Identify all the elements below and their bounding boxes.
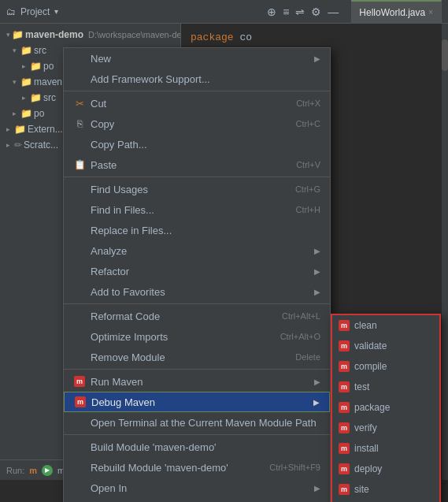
menu-item-run-maven[interactable]: m Run Maven ▶ [64, 371, 330, 392]
divider-4 [64, 369, 330, 370]
maven-validate-icon: m [339, 340, 350, 351]
menu-run-maven-label: Run Maven [91, 376, 314, 388]
reformat-icon [73, 310, 86, 322]
menu-item-find-usages[interactable]: Find Usages Ctrl+G [64, 179, 330, 199]
divider-5 [64, 434, 330, 435]
src2-label: src [43, 92, 56, 103]
maven-m-install: m [339, 443, 350, 454]
menu-item-new[interactable]: New ▶ [64, 48, 330, 69]
run-play-button[interactable]: ▶ [42, 465, 53, 476]
menu-debug-maven-label: Debug Maven [91, 396, 313, 408]
maven-folder-icon: 📁 [20, 76, 32, 87]
ext-label: Extern... [28, 124, 63, 135]
submenu-item-compile[interactable]: m compile [332, 356, 439, 377]
editor-scrollbar[interactable] [442, 24, 448, 480]
menu-item-add-favorites[interactable]: Add to Favorites ▶ [64, 281, 330, 302]
menu-build-label: Build Module 'maven-demo' [91, 441, 320, 453]
menu-item-optimize[interactable]: Optimize Imports Ctrl+Alt+O [64, 326, 330, 347]
play-icon: ▶ [45, 467, 50, 474]
menu-add-framework-label: Add Framework Support... [91, 73, 320, 85]
menu-reformat-label: Reformat Code [91, 310, 282, 322]
gear-icon[interactable]: ⚙ [311, 6, 321, 18]
menu-item-find-in-files[interactable]: Find in Files... Ctrl+H [64, 199, 330, 220]
submenu-item-clean[interactable]: m clean [332, 315, 439, 336]
find-usages-icon [73, 183, 86, 195]
tab-helloworld[interactable]: HelloWorld.java × [351, 0, 442, 24]
tree-item-maven-demo[interactable]: ▾ 📁 maven-demo D:\workspace\maven-demo [0, 27, 180, 43]
run-maven-arrow: ▶ [314, 377, 320, 386]
refactor-icon [73, 265, 86, 277]
menu-item-analyze[interactable]: Analyze ▶ [64, 240, 330, 261]
menu-item-cut[interactable]: ✂ Cut Ctrl+X [64, 93, 330, 113]
menu-optimize-label: Optimize Imports [91, 331, 280, 343]
menu-add-favorites-label: Add to Favorites [91, 286, 314, 298]
submenu-item-package[interactable]: m package [332, 397, 439, 418]
context-menu: New ▶ Add Framework Support... ✂ Cut Ctr… [63, 47, 331, 502]
menu-item-refactor[interactable]: Refactor ▶ [64, 261, 330, 281]
chevron-icon: ▾ [6, 31, 10, 39]
submenu-test-label: test [354, 381, 369, 392]
sync-icon[interactable]: ⇌ [295, 6, 305, 18]
paste-shortcut: Ctrl+V [296, 160, 320, 169]
debug-maven-arrow: ▶ [313, 398, 320, 407]
remove-module-icon [73, 351, 86, 363]
po1-label: po [43, 61, 54, 72]
debug-maven-icon: m [74, 396, 87, 408]
add-icon[interactable]: ⊕ [267, 6, 276, 18]
menu-item-paste[interactable]: 📋 Paste Ctrl+V [64, 154, 330, 175]
submenu-item-validate[interactable]: m validate [332, 336, 439, 356]
menu-item-remove-module[interactable]: Remove Module Delete [64, 347, 330, 367]
src2-icon: 📁 [30, 92, 42, 103]
menu-item-reformat[interactable]: Reformat Code Ctrl+Alt+L [64, 306, 330, 326]
menu-replace-label: Replace in Files... [91, 225, 320, 236]
maven-label: maven [34, 76, 62, 87]
submenu-package-label: package [354, 402, 390, 413]
po2-icon: 📁 [20, 108, 32, 119]
submenu-item-install[interactable]: m install [332, 438, 439, 459]
scratch-chevron: ▸ [6, 141, 13, 149]
maven-install-icon: m [339, 443, 350, 454]
remove-module-shortcut: Delete [295, 352, 320, 362]
menu-cut-label: Cut [91, 98, 296, 110]
maven-compile-icon: m [339, 361, 350, 372]
menu-item-rebuild-module[interactable]: Rebuild Module 'maven-demo' Ctrl+Shift+F… [64, 457, 330, 478]
menu-item-build-module[interactable]: Build Module 'maven-demo' [64, 437, 330, 457]
submenu-item-deploy[interactable]: m deploy [332, 459, 439, 479]
find-usages-shortcut: Ctrl+G [295, 184, 320, 194]
terminal-icon [73, 416, 86, 429]
src2-chevron: ▸ [22, 94, 28, 102]
maven-m-deploy: m [339, 463, 350, 474]
menu-item-open-in[interactable]: Open In ▶ [64, 478, 330, 498]
project-chevron[interactable]: ▾ [54, 7, 58, 16]
menu-terminal-label: Open Terminal at the Current Maven Modul… [91, 417, 320, 429]
list-icon[interactable]: ≡ [283, 6, 289, 18]
submenu-clean-label: clean [354, 320, 377, 331]
ext-chevron: ▸ [6, 125, 13, 133]
maven-site-icon: m [339, 484, 350, 495]
menu-item-open-terminal[interactable]: Open Terminal at the Current Maven Modul… [64, 412, 330, 433]
scratch-label: Scratc... [24, 139, 58, 151]
menu-find-usages-label: Find Usages [91, 184, 295, 195]
submenu-item-site[interactable]: m site [332, 479, 439, 500]
main-area: ▾ 📁 maven-demo D:\workspace\maven-demo ▾… [0, 24, 448, 480]
menu-find-in-files-label: Find in Files... [91, 204, 296, 216]
submenu-item-test[interactable]: m test [332, 377, 439, 397]
submenu-item-verify[interactable]: m verify [332, 418, 439, 438]
menu-item-add-framework[interactable]: Add Framework Support... [64, 69, 330, 89]
menu-item-replace-in-files[interactable]: Replace in Files... [64, 220, 330, 240]
menu-item-copy[interactable]: ⎘ Copy Ctrl+C [64, 113, 330, 134]
maven-m-test: m [339, 381, 350, 392]
menu-item-debug-maven[interactable]: m Debug Maven ▶ [64, 392, 330, 412]
maven-m-package: m [339, 402, 350, 413]
divider-3 [64, 303, 330, 304]
tab-close-button[interactable]: × [428, 8, 433, 17]
menu-item-local-history[interactable]: Local History ▶ [64, 498, 330, 502]
project-folder-icon: 📁 [12, 29, 24, 40]
favorites-arrow: ▶ [314, 288, 320, 296]
find-in-files-shortcut: Ctrl+H [296, 205, 320, 214]
maven-deploy-icon: m [339, 463, 350, 474]
submenu-verify-label: verify [354, 422, 377, 433]
find-in-files-icon [73, 203, 86, 216]
menu-item-copy-path[interactable]: Copy Path... [64, 134, 330, 154]
minimize-icon[interactable]: — [328, 6, 339, 18]
